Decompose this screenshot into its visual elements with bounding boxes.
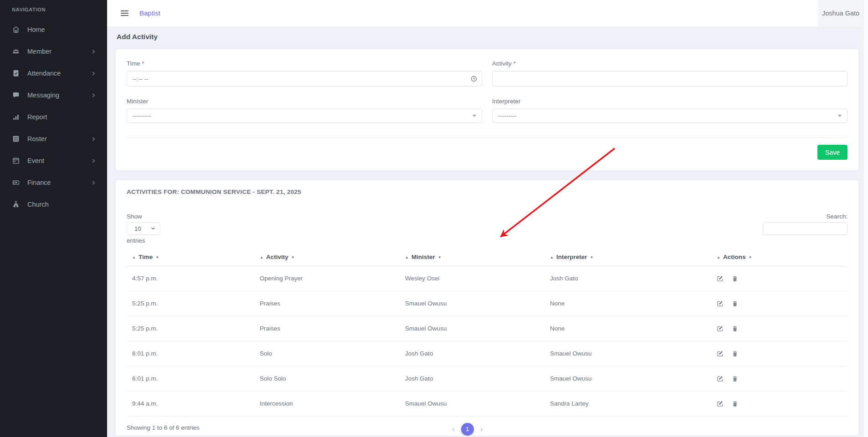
sidebar-item-roster[interactable]: Roster	[0, 128, 107, 150]
cell-minister: Wesley Osei	[400, 266, 544, 291]
sort-desc-icon: ▼	[590, 255, 593, 259]
cell-time: 6:01 p.m.	[127, 341, 254, 366]
time-label: Time *	[127, 60, 482, 67]
pagination-next-icon[interactable]: ›	[479, 425, 484, 434]
calendar-icon	[12, 157, 20, 165]
home-icon	[12, 25, 20, 34]
trash-icon[interactable]	[732, 401, 738, 407]
cell-interpreter: Smauel Owusu	[544, 366, 711, 391]
sidebar-item-messaging[interactable]: Messaging	[0, 84, 107, 106]
column-header-time[interactable]: ▲Time▼	[127, 251, 254, 266]
entries-label: entries	[127, 237, 160, 244]
time-input[interactable]	[127, 71, 482, 86]
sidebar-item-label: Finance	[27, 179, 91, 186]
cell-actions	[711, 266, 847, 291]
cell-minister: Josh Gato	[400, 366, 544, 391]
table-row: 9:44 a.m. Intercession Smauel Owusu Sand…	[127, 391, 847, 416]
trash-icon[interactable]	[732, 300, 738, 307]
edit-icon[interactable]	[717, 325, 724, 332]
main-content: Add Activity Time * Activity * Minister	[107, 26, 863, 437]
pagination-page-1[interactable]: 1	[461, 423, 474, 436]
edit-icon[interactable]	[717, 275, 724, 282]
sidebar-item-report[interactable]: Report	[0, 106, 107, 128]
interpreter-select[interactable]: ---------	[492, 109, 847, 123]
minister-label: Minister	[127, 98, 482, 105]
cell-actions	[711, 341, 847, 366]
edit-icon[interactable]	[717, 350, 724, 357]
activity-input[interactable]	[492, 71, 847, 86]
cell-activity: Intercession	[254, 391, 400, 416]
activities-card-title: ACTIVITIES FOR: COMMUNION SERVICE - SEPT…	[127, 188, 847, 196]
activity-label: Activity *	[492, 60, 847, 67]
table-header-row: ▲Time▼ ▲Activity▼ ▲Minister▼ ▲Interprete…	[127, 251, 847, 266]
cell-time: 5:25 p.m.	[127, 291, 254, 316]
cell-interpreter: None	[544, 291, 711, 316]
sort-asc-icon: ▲	[132, 255, 136, 259]
trash-icon[interactable]	[732, 351, 738, 357]
save-button[interactable]: Save	[817, 145, 847, 160]
chevron-right-icon	[91, 180, 96, 185]
cell-actions	[711, 366, 847, 391]
sidebar-item-home[interactable]: Home	[0, 19, 107, 41]
minister-selected-value: ---------	[133, 112, 151, 119]
sidebar-item-label: Member	[27, 48, 91, 55]
sidebar-item-event[interactable]: Event	[0, 150, 107, 172]
search-label: Search:	[826, 213, 847, 220]
cell-interpreter: None	[544, 316, 711, 341]
page-length-select[interactable]: 10	[127, 222, 160, 235]
column-header-actions[interactable]: ▲Actions▼	[711, 251, 847, 266]
edit-icon[interactable]	[717, 300, 724, 307]
chevron-right-icon	[91, 137, 96, 142]
cell-time: 5:25 p.m.	[127, 316, 254, 341]
activities-table: ▲Time▼ ▲Activity▼ ▲Minister▼ ▲Interprete…	[127, 251, 847, 417]
trash-icon[interactable]	[732, 376, 738, 382]
hamburger-menu-icon[interactable]	[121, 10, 128, 16]
add-activity-card: Time * Activity * Minister ---------	[116, 49, 858, 170]
show-label: Show	[127, 213, 160, 220]
pagination-prev-icon[interactable]: ‹	[451, 425, 456, 434]
chevron-right-icon	[91, 71, 96, 76]
sort-asc-icon: ▲	[405, 255, 409, 259]
users-icon	[12, 47, 20, 56]
sidebar-item-attendance[interactable]: Attendance	[0, 62, 107, 84]
column-header-interpreter[interactable]: ▲Interpreter▼	[544, 251, 711, 266]
cell-minister: Josh Gato	[400, 341, 544, 366]
cell-interpreter: Smauel Owusu	[544, 341, 711, 366]
column-header-minister[interactable]: ▲Minister▼	[400, 251, 544, 266]
scrollbar-track[interactable]	[863, 0, 868, 437]
search-input[interactable]	[763, 222, 847, 235]
page-title: Add Activity	[117, 32, 858, 41]
user-name: Joshua Gato	[822, 10, 859, 17]
caret-down-icon	[473, 115, 476, 117]
cell-minister: Smauel Owusu	[400, 291, 544, 316]
edit-icon[interactable]	[717, 400, 724, 407]
sort-desc-icon: ▼	[748, 255, 752, 259]
clock-icon[interactable]	[471, 76, 477, 82]
cell-activity: Solo Solo	[254, 366, 400, 391]
sidebar-item-church[interactable]: Church	[0, 193, 107, 215]
interpreter-selected-value: ---------	[498, 112, 516, 119]
edit-icon[interactable]	[717, 375, 724, 382]
cell-activity: Praises	[254, 316, 400, 341]
sidebar-item-label: Home	[27, 26, 96, 33]
column-header-activity[interactable]: ▲Activity▼	[254, 251, 400, 266]
cell-activity: Solo	[254, 341, 400, 366]
cell-minister: Smauel Owusu	[400, 316, 544, 341]
brand-link[interactable]: Baptist	[139, 9, 160, 17]
cell-interpreter: Josh Gato	[544, 266, 711, 291]
sort-desc-icon: ▼	[438, 255, 442, 259]
user-menu[interactable]: Joshua Gato	[818, 0, 863, 26]
cell-time: 6:01 p.m.	[127, 366, 254, 391]
sidebar-item-label: Event	[27, 157, 91, 164]
sidebar-item-member[interactable]: Member	[0, 41, 107, 62]
trash-icon[interactable]	[732, 275, 738, 282]
minister-select[interactable]: ---------	[127, 109, 482, 123]
bar-chart-icon	[12, 113, 20, 121]
sidebar-item-finance[interactable]: Finance	[0, 172, 107, 193]
cell-actions	[711, 391, 847, 416]
sidebar-item-label: Messaging	[27, 91, 91, 99]
sort-asc-icon: ▲	[717, 255, 720, 259]
chevron-right-icon	[91, 49, 96, 54]
trash-icon[interactable]	[732, 325, 738, 332]
cell-time: 9:44 a.m.	[127, 391, 254, 416]
